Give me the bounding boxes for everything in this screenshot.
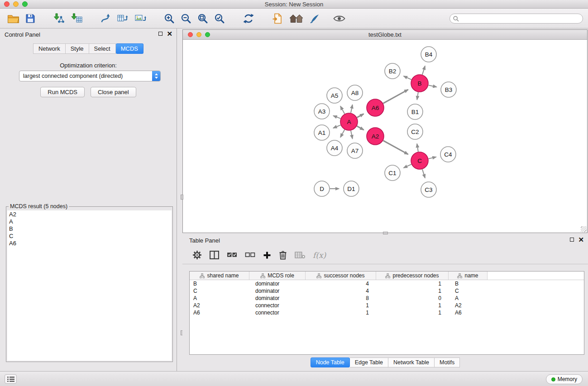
column-header-MCDS-role[interactable]: MCDS role (249, 272, 306, 280)
edge-C-C4[interactable] (429, 157, 436, 159)
network-minimize-button[interactable] (196, 32, 201, 37)
zoom-selected-button[interactable] (212, 12, 227, 25)
zoom-window-button[interactable] (22, 1, 28, 7)
node-B3[interactable]: B3 (441, 82, 456, 97)
optimization-select[interactable]: largest connected component (directed) (19, 71, 161, 81)
mcds-result-item[interactable]: A2 (9, 211, 170, 218)
table-row[interactable]: Cdominator41C (190, 287, 584, 295)
table-row[interactable]: Adominator80A (190, 295, 584, 302)
table-row[interactable]: A2connector11A2 (190, 302, 584, 309)
splitter-handle[interactable] (181, 195, 183, 200)
close-window-button[interactable] (4, 1, 10, 7)
import-file-button[interactable] (270, 12, 285, 25)
edge-A-A1[interactable] (333, 125, 340, 128)
edge-A-A7[interactable] (351, 131, 353, 139)
node-A1[interactable]: A1 (314, 125, 330, 140)
run-mcds-button[interactable]: Run MCDS (40, 87, 85, 97)
close-panel-icon[interactable]: ✕ (167, 31, 172, 36)
show-columns-button[interactable] (210, 251, 219, 259)
node-C[interactable]: C (411, 152, 428, 169)
import-table-button[interactable] (69, 12, 84, 25)
save-session-button[interactable] (24, 13, 37, 24)
minimize-window-button[interactable] (13, 1, 19, 7)
edge-A-A2[interactable] (357, 126, 364, 130)
resize-handle-icon[interactable] (581, 226, 587, 232)
edge-B-B1[interactable] (417, 92, 418, 100)
home-view-button[interactable] (287, 13, 305, 24)
node-D1[interactable]: D1 (344, 181, 359, 196)
export-image-button[interactable] (133, 12, 148, 25)
node-A8[interactable]: A8 (347, 85, 363, 100)
node-C2[interactable]: C2 (407, 124, 423, 139)
edge-A2-C[interactable] (383, 141, 408, 154)
node-C4[interactable]: C4 (440, 147, 456, 162)
node-B1[interactable]: B1 (407, 104, 423, 119)
mcds-result-item[interactable]: B (9, 225, 170, 233)
node-B4[interactable]: B4 (421, 47, 436, 62)
mcds-result-item[interactable]: A (9, 218, 170, 225)
node-A3[interactable]: A3 (314, 104, 330, 119)
edge-C-C3[interactable] (422, 169, 425, 178)
column-header-shared-name[interactable]: shared name (190, 272, 249, 280)
edge-C-C1[interactable] (404, 164, 411, 168)
edge-C-C2[interactable] (417, 144, 418, 152)
network-close-button[interactable] (188, 32, 193, 37)
tab-node-table[interactable]: Node Table (311, 357, 350, 367)
edge-B-B2[interactable] (404, 76, 411, 80)
float-panel-icon[interactable] (570, 238, 574, 242)
edge-A-A5[interactable] (340, 106, 344, 114)
node-A7[interactable]: A7 (347, 143, 363, 158)
task-history-button[interactable] (5, 374, 17, 384)
column-header-successor-nodes[interactable]: successor nodes (306, 272, 376, 280)
add-column-button[interactable] (263, 251, 271, 259)
node-C3[interactable]: C3 (421, 182, 436, 197)
new-network-button[interactable] (98, 12, 113, 25)
table-settings-button[interactable] (192, 250, 202, 260)
zoom-out-button[interactable] (179, 12, 193, 25)
tab-network[interactable]: Network (33, 43, 66, 54)
edge-B-B3[interactable] (429, 85, 437, 87)
tab-style[interactable]: Style (66, 43, 89, 54)
mcds-result-item[interactable]: C (9, 233, 170, 240)
node-A6[interactable]: A6 (367, 99, 384, 116)
float-panel-icon[interactable] (158, 32, 163, 36)
zoom-fit-button[interactable] (196, 12, 210, 25)
edge-A6-B[interactable] (383, 90, 408, 103)
tab-motifs[interactable]: Motifs (435, 357, 460, 367)
node-B[interactable]: B (411, 75, 428, 92)
edge-A-A3[interactable] (333, 116, 340, 119)
node-A2[interactable]: A2 (367, 128, 384, 145)
select-all-button[interactable] (227, 251, 237, 259)
tab-network-table[interactable]: Network Table (388, 357, 435, 367)
delete-table-button[interactable] (295, 251, 305, 259)
node-D[interactable]: D (314, 181, 330, 196)
edge-A-A4[interactable] (340, 130, 344, 138)
edge-A-A6[interactable] (357, 114, 364, 118)
close-panel-button[interactable]: Close panel (91, 87, 136, 97)
tab-mcds[interactable]: MCDS (116, 43, 143, 54)
node-C1[interactable]: C1 (385, 165, 400, 181)
tab-edge-table[interactable]: Edge Table (350, 357, 388, 367)
export-table-button[interactable] (115, 12, 130, 25)
open-session-button[interactable] (5, 13, 21, 24)
column-header-name[interactable]: name (449, 272, 488, 280)
apply-layout-button[interactable] (241, 12, 256, 25)
close-panel-icon[interactable]: ✕ (578, 237, 584, 242)
delete-column-button[interactable] (279, 250, 287, 260)
zoom-in-button[interactable] (162, 12, 177, 25)
edge-B-B4[interactable] (422, 66, 425, 75)
table-row[interactable]: A6connector11A6 (190, 309, 584, 316)
import-network-button[interactable] (51, 12, 67, 25)
show-hide-button[interactable] (331, 14, 347, 24)
node-A4[interactable]: A4 (327, 140, 342, 156)
tab-select[interactable]: Select (89, 43, 116, 54)
node-A5[interactable]: A5 (327, 88, 342, 103)
column-header-predecessor-nodes[interactable]: predecessor nodes (376, 272, 449, 280)
table-row[interactable]: Bdominator41B (190, 280, 584, 287)
mcds-result-list[interactable]: A2ABCA6 (7, 210, 172, 361)
network-zoom-button[interactable] (205, 32, 210, 37)
edge-A-A8[interactable] (351, 105, 353, 113)
memory-button[interactable]: Memory (546, 374, 583, 384)
style-pen-button[interactable] (307, 12, 322, 25)
node-B2[interactable]: B2 (385, 63, 400, 79)
